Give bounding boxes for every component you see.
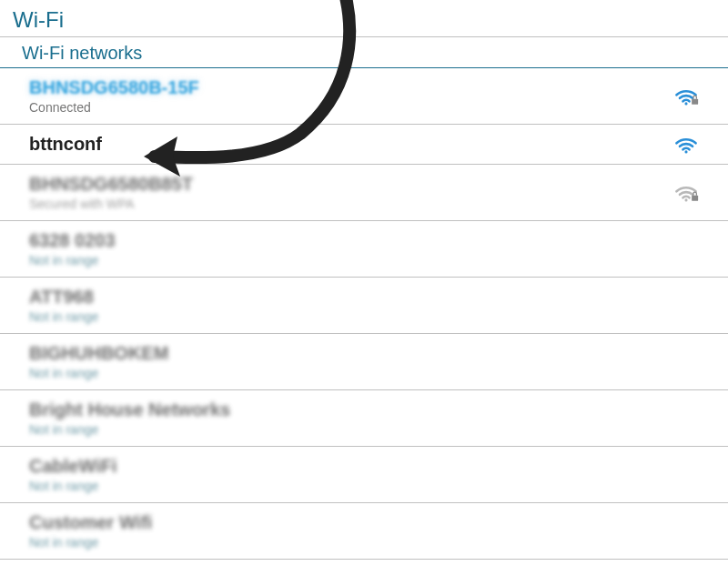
network-item[interactable]: BIGHUHBOKEMNot in range	[0, 334, 728, 390]
network-info: bttnconf	[29, 134, 102, 155]
wifi-secured-icon	[673, 183, 699, 203]
network-name: ATT968	[29, 287, 98, 308]
network-status: Secured with WPA	[29, 197, 193, 211]
network-item[interactable]: CableWiFiNot in range	[0, 447, 728, 503]
network-info: ATT968Not in range	[29, 287, 98, 324]
svg-point-3	[684, 198, 687, 201]
network-status: Not in range	[29, 479, 117, 493]
network-item[interactable]: bttnconf	[0, 125, 728, 165]
network-item[interactable]: Customer WifiNot in range	[0, 503, 728, 560]
svg-point-2	[684, 150, 687, 153]
network-status: Not in range	[29, 309, 98, 324]
network-list: BHNSDG6580B-15FConnectedbttnconfBHNSDG65…	[0, 68, 728, 560]
network-name: BHNSDG6580B85T	[29, 174, 193, 195]
network-status: Not in range	[29, 535, 152, 550]
network-info: BHNSDG6580B85TSecured with WPA	[29, 174, 193, 211]
network-info: 6328 0203Not in range	[29, 230, 116, 268]
network-status: Not in range	[29, 366, 168, 380]
wifi-secured-icon	[673, 86, 699, 106]
network-info: Customer WifiNot in range	[29, 512, 152, 550]
network-name: 6328 0203	[29, 230, 116, 251]
page-title: Wi-Fi	[0, 0, 728, 36]
network-item[interactable]: BHNSDG6580B85TSecured with WPA	[0, 165, 728, 221]
svg-rect-1	[692, 98, 698, 104]
network-item[interactable]: ATT968Not in range	[0, 278, 728, 334]
network-status: Not in range	[29, 422, 230, 437]
network-name: Customer Wifi	[29, 512, 152, 533]
svg-point-0	[684, 102, 687, 105]
network-name: BIGHUHBOKEM	[29, 343, 168, 364]
network-status: Connected	[29, 100, 199, 115]
network-info: BHNSDG6580B-15FConnected	[29, 77, 199, 115]
network-name: CableWiFi	[29, 456, 117, 477]
svg-rect-4	[692, 195, 698, 200]
network-name: bttnconf	[29, 134, 102, 155]
network-info: Bright House NetworksNot in range	[29, 399, 230, 437]
network-info: BIGHUHBOKEMNot in range	[29, 343, 168, 380]
network-item[interactable]: 6328 0203Not in range	[0, 221, 728, 278]
wifi-icon	[673, 135, 699, 155]
network-info: CableWiFiNot in range	[29, 456, 117, 493]
section-header: Wi-Fi networks	[0, 36, 728, 68]
network-item[interactable]: Bright House NetworksNot in range	[0, 390, 728, 447]
network-status: Not in range	[29, 253, 116, 268]
network-item[interactable]: BHNSDG6580B-15FConnected	[0, 68, 728, 125]
network-name: Bright House Networks	[29, 399, 230, 420]
network-name: BHNSDG6580B-15F	[29, 77, 199, 98]
